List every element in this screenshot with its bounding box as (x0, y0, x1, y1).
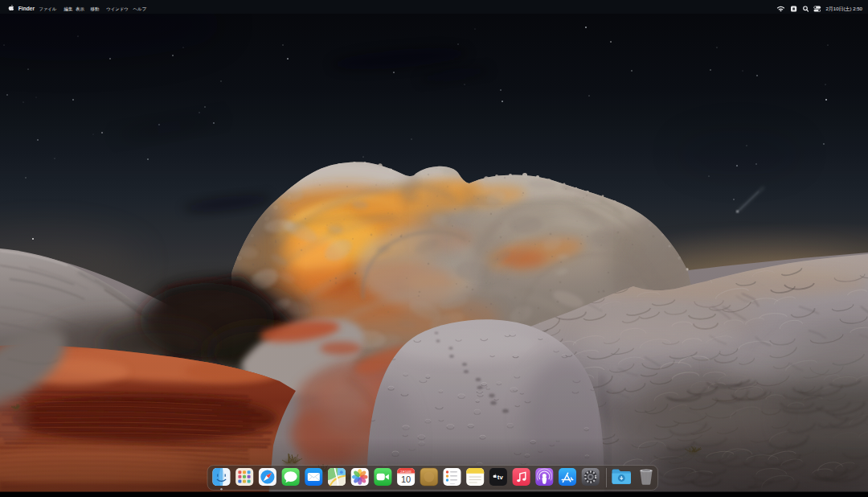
svg-text:ファイル: ファイル (39, 6, 57, 11)
svg-text:tv: tv (497, 474, 504, 481)
svg-text:2月10日(土) 2:50: 2月10日(土) 2:50 (826, 6, 863, 12)
svg-text:10: 10 (401, 474, 411, 484)
svg-text:移動: 移動 (91, 6, 100, 12)
svg-text:ウインドウ: ウインドウ (106, 6, 129, 11)
svg-text:表示: 表示 (76, 6, 84, 11)
svg-text:Finder: Finder (18, 6, 35, 11)
svg-text:編集: 編集 (63, 6, 73, 11)
svg-text:2月10日: 2月10日 (400, 470, 411, 474)
svg-text:ヘルプ: ヘルプ (133, 6, 147, 11)
